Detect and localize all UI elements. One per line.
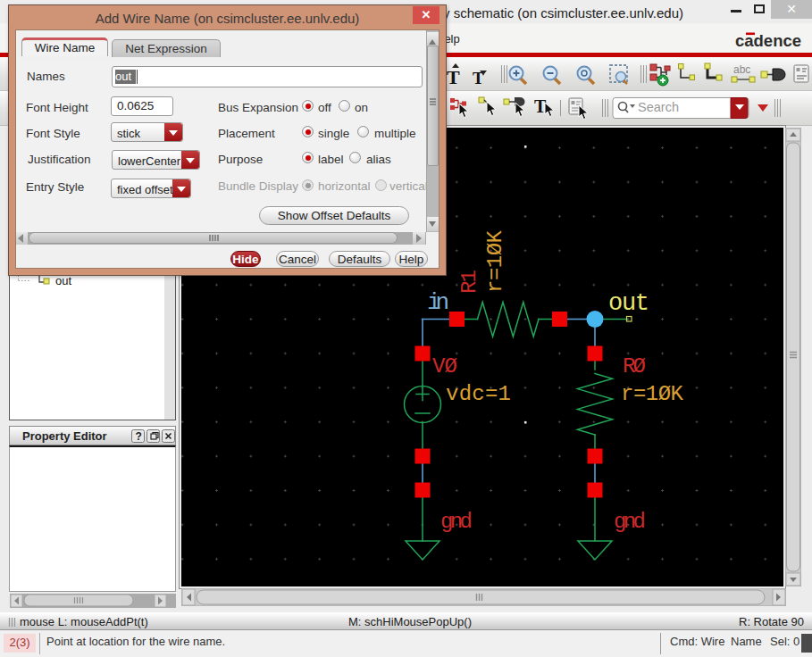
svg-text:vdc=1: vdc=1	[446, 382, 511, 406]
svg-text:R1: R1	[457, 270, 481, 294]
svg-text:out: out	[55, 274, 71, 287]
svg-text:gnd: gnd	[440, 510, 473, 534]
svg-text:cadence: cadence	[735, 32, 801, 50]
svg-text:RØ: RØ	[623, 354, 646, 378]
svg-text:in: in	[427, 289, 449, 316]
svg-text:r=1ØK: r=1ØK	[621, 382, 684, 406]
svg-text:out: out	[608, 290, 649, 317]
svg-text:VØ: VØ	[432, 354, 457, 378]
svg-text:abc: abc	[733, 63, 750, 76]
svg-text:gnd: gnd	[614, 510, 646, 534]
svg-text:Search: Search	[638, 100, 679, 114]
svg-text:?: ?	[136, 430, 142, 443]
svg-text:T: T	[447, 66, 460, 88]
svg-text:r=1ØK: r=1ØK	[483, 229, 507, 293]
